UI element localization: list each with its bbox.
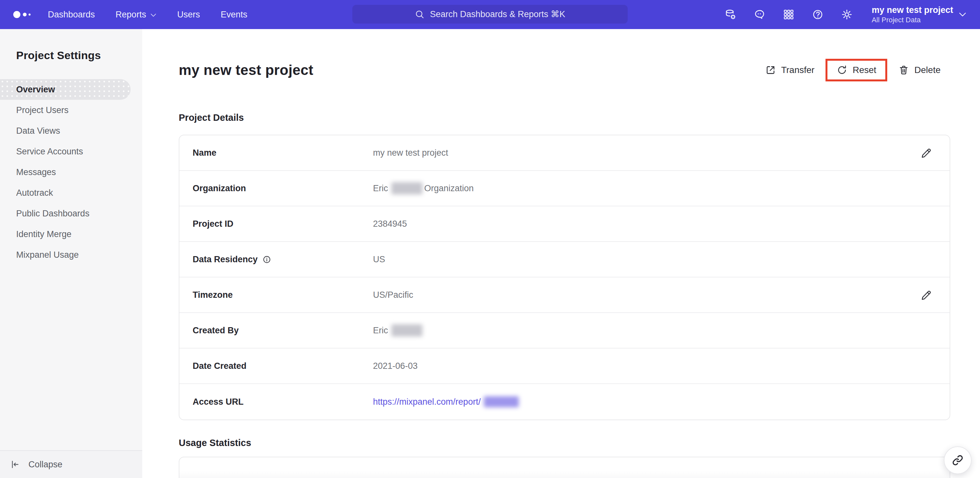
sidebar-item-label: Messages: [16, 167, 56, 177]
nav-item-reports[interactable]: Reports: [116, 10, 157, 20]
nav-item-users[interactable]: Users: [177, 10, 200, 20]
nav-item-dashboards[interactable]: Dashboards: [48, 10, 95, 20]
detail-row-label: Project ID: [192, 219, 233, 229]
search-icon: [415, 10, 425, 19]
redacted-text: [391, 324, 422, 337]
detail-row-label: Created By: [192, 326, 239, 335]
sidebar-item-overview[interactable]: Overview: [0, 79, 130, 100]
reset-button[interactable]: Reset: [837, 65, 876, 76]
trash-icon: [898, 65, 909, 76]
detail-row-value: 2384945: [373, 219, 407, 229]
project-switcher[interactable]: my new test project All Project Data: [872, 5, 966, 24]
settings-gear-icon[interactable]: [841, 8, 853, 21]
detail-row-label: Data Residency: [192, 254, 258, 265]
details-section-heading: Project Details: [179, 113, 950, 123]
nav-item-label: Reports: [116, 10, 146, 20]
page-title: my new test project: [179, 62, 313, 78]
main-content: my new test project Transfer: [142, 29, 980, 478]
usage-statistics-card: [179, 457, 950, 478]
sidebar-item-label: Overview: [16, 85, 55, 95]
detail-row-access-url: Access URL https://mixpanel.com/report/: [180, 384, 950, 419]
sidebar-item-mixpanel-usage[interactable]: Mixpanel Usage: [0, 245, 142, 265]
nav-utilities: my new test project All Project Data: [724, 5, 966, 24]
sidebar-item-service-accounts[interactable]: Service Accounts: [0, 141, 142, 162]
nav-item-label: Dashboards: [48, 10, 95, 20]
detail-row-label: Access URL: [192, 397, 244, 407]
detail-row-label: Timezone: [192, 290, 233, 300]
current-data-view: All Project Data: [872, 16, 953, 24]
data-management-icon[interactable]: [724, 8, 737, 21]
primary-nav: Dashboards Reports Users Events: [48, 10, 247, 20]
detail-row-organization: Organization Eric Organization: [180, 171, 950, 206]
detail-row-project-id: Project ID 2384945: [180, 206, 950, 242]
chevron-down-icon: [150, 13, 156, 17]
sidebar-item-data-views[interactable]: Data Views: [0, 121, 142, 141]
sidebar-item-public-dashboards[interactable]: Public Dashboards: [0, 203, 142, 224]
collapse-icon: [10, 460, 20, 469]
pencil-icon: [921, 289, 932, 300]
current-project-name: my new test project: [872, 5, 953, 15]
edit-button[interactable]: [921, 147, 932, 158]
sidebar-item-label: Autotrack: [16, 188, 53, 198]
transfer-button[interactable]: Transfer: [765, 65, 815, 76]
link-icon: [951, 454, 964, 466]
usage-section-heading: Usage Statistics: [179, 438, 950, 448]
detail-row-value-suffix: Organization: [425, 183, 474, 194]
mixpanel-logo[interactable]: [13, 10, 32, 19]
annotation-highlight-box: Reset: [826, 59, 887, 81]
search-placeholder: Search Dashboards & Reports ⌘K: [430, 9, 565, 19]
search-bar[interactable]: Search Dashboards & Reports ⌘K: [352, 5, 628, 24]
sidebar-item-label: Mixpanel Usage: [16, 250, 79, 260]
detail-row-label: Date Created: [192, 361, 247, 371]
sidebar-item-label: Service Accounts: [16, 147, 83, 157]
detail-row-name: Name my new test project: [180, 135, 950, 171]
project-actions: Transfer Reset: [765, 59, 940, 81]
sidebar-item-autotrack[interactable]: Autotrack: [0, 183, 142, 203]
nav-item-label: Users: [177, 10, 200, 20]
delete-button[interactable]: Delete: [898, 65, 940, 76]
sidebar-item-project-users[interactable]: Project Users: [0, 100, 142, 121]
info-icon[interactable]: [262, 255, 271, 264]
detail-row-value: Eric: [373, 183, 388, 194]
sidebar-item-label: Identity Merge: [16, 229, 72, 239]
edit-button[interactable]: [921, 289, 932, 300]
detail-row-timezone: Timezone US/Pacific: [180, 278, 950, 313]
chevron-down-icon: [959, 12, 966, 17]
nav-item-label: Events: [221, 10, 248, 20]
redacted-text: [484, 396, 519, 407]
sidebar-item-label: Public Dashboards: [16, 209, 89, 219]
settings-sidebar: Project Settings Overview Project Users …: [0, 29, 142, 478]
detail-row-label: Organization: [192, 183, 246, 194]
sidebar-item-messages[interactable]: Messages: [0, 162, 142, 183]
collapse-label: Collapse: [29, 460, 62, 470]
redacted-text: [391, 182, 422, 194]
help-icon[interactable]: [811, 8, 824, 21]
reset-icon: [837, 65, 848, 76]
copy-link-fab[interactable]: [944, 446, 972, 474]
transfer-icon: [765, 65, 776, 76]
nav-item-events[interactable]: Events: [221, 10, 248, 20]
detail-row-value: my new test project: [373, 148, 448, 158]
sidebar-heading: Project Settings: [16, 49, 142, 62]
detail-row-data-residency: Data Residency US: [180, 242, 950, 278]
feedback-bubble-icon[interactable]: [753, 8, 766, 21]
project-details-card: Name my new test project Organization: [179, 135, 950, 420]
apps-grid-icon[interactable]: [783, 8, 795, 21]
access-url-link[interactable]: https://mixpanel.com/report/: [373, 397, 480, 407]
detail-row-date-created: Date Created 2021-06-03: [180, 348, 950, 384]
detail-row-value: 2021-06-03: [373, 361, 418, 371]
sidebar-item-label: Data Views: [16, 126, 60, 136]
pencil-icon: [921, 147, 932, 158]
detail-row-value: Eric: [373, 326, 388, 335]
sidebar-item-identity-merge[interactable]: Identity Merge: [0, 224, 142, 245]
detail-row-value: US: [373, 254, 385, 265]
detail-row-created-by: Created By Eric: [180, 313, 950, 348]
sidebar-item-label: Project Users: [16, 105, 68, 115]
collapse-button[interactable]: Collapse: [0, 450, 142, 478]
top-navigation: Dashboards Reports Users Events Search D…: [0, 0, 980, 29]
detail-row-label: Name: [192, 148, 216, 158]
detail-row-value: US/Pacific: [373, 290, 414, 300]
